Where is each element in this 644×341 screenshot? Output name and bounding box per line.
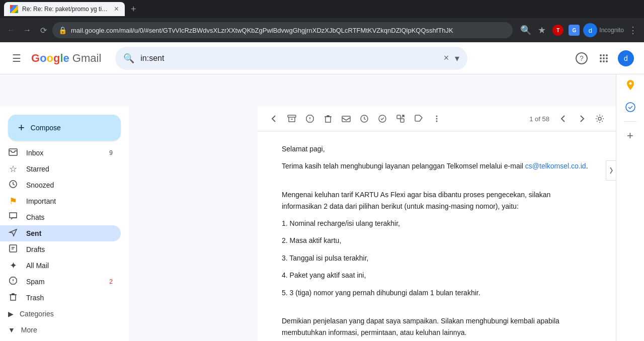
sidebar-item-chats[interactable]: Chats xyxy=(0,209,121,225)
inbox-count: 9 xyxy=(109,149,113,156)
report-spam-button[interactable] xyxy=(302,111,318,127)
email-item-3: 3. Tanggal isi pulsa terakhir, xyxy=(282,252,592,264)
sidebar-item-inbox[interactable]: Inbox 9 xyxy=(0,145,121,161)
profile-avatar: d xyxy=(583,23,597,37)
tab-favicon xyxy=(10,5,18,13)
svg-point-24 xyxy=(626,103,635,112)
apps-button[interactable] xyxy=(594,48,614,68)
starred-icon: ☆ xyxy=(8,163,18,175)
prev-email-button[interactable] xyxy=(555,111,572,127)
svg-point-4 xyxy=(603,57,605,59)
svg-point-5 xyxy=(606,57,608,59)
telkomsel-icon[interactable]: T xyxy=(551,23,565,37)
snoozed-icon xyxy=(8,179,18,192)
tasks-icon xyxy=(624,101,636,113)
sidebar-item-trash[interactable]: Trash xyxy=(0,290,121,306)
forward-button[interactable]: → xyxy=(20,23,34,37)
snooze-icon xyxy=(359,114,369,124)
more-actions-button[interactable] xyxy=(429,111,445,127)
next-email-button[interactable] xyxy=(574,111,590,127)
archive-button[interactable] xyxy=(284,111,300,127)
search-nav-icon[interactable]: 🔍 xyxy=(519,23,533,37)
sidebar-item-spam[interactable]: Spam 2 xyxy=(0,274,121,290)
svg-rect-11 xyxy=(10,245,17,252)
trash-icon xyxy=(8,292,18,304)
gmail-app: + Compose Inbox 9 ☆ Starred Snoozed ⚑ Im… xyxy=(0,74,644,341)
bookmark-icon[interactable]: ★ xyxy=(535,23,549,37)
pagination-text: 1 of 58 xyxy=(529,115,549,123)
nav-icons: 🔍 ★ T G d Incognito ⋮ xyxy=(519,23,640,37)
delete-icon xyxy=(323,114,333,124)
account-avatar: d xyxy=(618,50,634,66)
svg-point-3 xyxy=(600,57,602,59)
svg-point-2 xyxy=(606,54,608,56)
search-bar[interactable]: 🔍 × ▾ xyxy=(115,47,467,70)
extension-icon[interactable]: G xyxy=(567,23,581,37)
browser-chrome: Re: Re: Re: paket/promo yg tida... × + xyxy=(0,0,644,18)
delete-button[interactable] xyxy=(320,111,336,127)
address-bar[interactable]: 🔒 mail.google.com/mail/u/0/#sent/GTvVlcR… xyxy=(52,22,513,38)
right-sidebar: + xyxy=(616,42,644,341)
search-wrapper[interactable]: 🔍 × ▾ xyxy=(115,47,467,70)
keep-sidebar-icon[interactable] xyxy=(620,75,640,95)
tasks-sidebar-icon[interactable] xyxy=(620,97,640,117)
important-label: Important xyxy=(26,197,113,205)
reload-button[interactable]: ⟳ xyxy=(36,23,50,37)
search-clear-button[interactable]: × xyxy=(444,53,449,63)
new-tab-button[interactable]: + xyxy=(131,4,136,15)
back-to-list-button[interactable] xyxy=(266,111,282,127)
spam-count: 2 xyxy=(109,278,113,285)
tab-close-button[interactable]: × xyxy=(114,5,119,13)
help-button[interactable]: ? xyxy=(572,48,592,68)
main-content: 1 of 58 Selamat pagi, Terima kasih telah… xyxy=(258,107,616,341)
compose-button[interactable]: + Compose xyxy=(8,115,121,141)
expand-panel-button[interactable] xyxy=(606,160,616,181)
email-intro: Terima kasih telah menghubungi layanan p… xyxy=(282,160,592,172)
add-task-icon xyxy=(377,114,387,124)
move-to-button[interactable] xyxy=(392,111,409,127)
sent-label: Sent xyxy=(26,229,113,237)
expand-chevron-icon xyxy=(608,166,614,175)
account-button[interactable]: d xyxy=(616,48,636,68)
sidebar-item-all-mail[interactable]: ✦ All Mail xyxy=(0,258,121,274)
email-body-main: Mengenai keluhan tarif KARTU As Flexi ag… xyxy=(282,189,592,212)
menu-icon[interactable]: ☰ xyxy=(8,48,25,68)
incognito-label: Incognito xyxy=(599,27,624,34)
drafts-icon xyxy=(8,243,18,256)
report-spam-icon xyxy=(305,114,315,124)
archive-icon xyxy=(287,114,297,124)
categories-section[interactable]: ▶ Categories xyxy=(0,306,129,322)
back-button[interactable]: ← xyxy=(4,23,18,37)
more-section[interactable]: ▼ More xyxy=(0,322,129,338)
sidebar-item-sent[interactable]: Sent xyxy=(0,225,121,241)
email-body: Selamat pagi, Terima kasih telah menghub… xyxy=(258,131,616,341)
sidebar-item-starred[interactable]: ☆ Starred xyxy=(0,161,121,177)
search-input[interactable] xyxy=(140,54,437,63)
label-button[interactable] xyxy=(411,111,427,127)
sidebar-divider-2 xyxy=(624,121,636,122)
mark-unread-button[interactable] xyxy=(338,111,354,127)
label-icon xyxy=(414,114,424,124)
sidebar-item-important[interactable]: ⚑ Important xyxy=(0,193,121,209)
browser-tab-active[interactable]: Re: Re: Re: paket/promo yg tida... × xyxy=(4,2,125,16)
settings-button[interactable] xyxy=(592,111,608,127)
next-icon xyxy=(577,114,587,124)
keep-icon xyxy=(624,79,636,91)
menu-button[interactable]: ⋮ xyxy=(626,23,640,37)
svg-rect-12 xyxy=(288,115,296,117)
email-link[interactable]: cs@telkomsel.co.id xyxy=(525,162,586,170)
add-sidebar-addon-button[interactable]: + xyxy=(620,126,640,146)
compose-plus-icon: + xyxy=(18,121,25,134)
search-options-button[interactable]: ▾ xyxy=(455,53,459,64)
email-closing-1: Demikian penjelasan yang dapat saya samp… xyxy=(282,315,592,338)
sidebar-item-drafts[interactable]: Drafts xyxy=(0,241,121,258)
svg-point-23 xyxy=(629,82,631,85)
snooze-button[interactable] xyxy=(356,111,372,127)
sidebar-item-snoozed[interactable]: Snoozed xyxy=(0,177,121,193)
add-task-button[interactable] xyxy=(374,111,390,127)
search-icon: 🔍 xyxy=(123,53,134,64)
chats-label: Chats xyxy=(26,213,113,221)
email-item-4: 4. Paket yang aktif saat ini, xyxy=(282,270,592,281)
inbox-label: Inbox xyxy=(26,149,101,157)
svg-point-20 xyxy=(436,121,438,122)
